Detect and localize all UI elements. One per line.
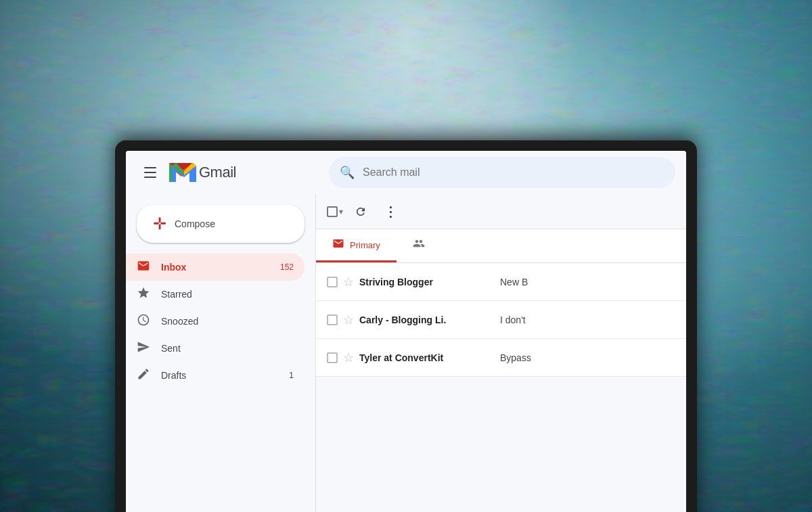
social-tab-icon <box>413 237 425 252</box>
refresh-button[interactable] <box>348 200 373 224</box>
refresh-icon <box>355 206 367 218</box>
email-tabs: Primary Social <box>316 229 686 263</box>
more-icon: ⋮ <box>384 204 397 220</box>
sent-label: Sent <box>161 343 294 354</box>
tab-social[interactable]: Social <box>397 229 470 262</box>
select-chevron-icon[interactable]: ▾ <box>339 207 343 216</box>
email-checkbox-1[interactable] <box>327 277 338 287</box>
sidebar-item-drafts[interactable]: Drafts 1 <box>126 362 304 389</box>
sidebar-item-snoozed[interactable]: Snoozed <box>126 308 304 335</box>
email-sender-3: Tyler at ConvertKit <box>359 352 495 363</box>
tab-primary[interactable]: Primary <box>316 229 397 262</box>
select-all-checkbox[interactable]: ▾ <box>327 206 343 217</box>
email-star-2[interactable]: ☆ <box>343 312 354 327</box>
primary-tab-icon <box>332 237 344 252</box>
more-button[interactable]: ⋮ <box>378 200 403 224</box>
snoozed-icon <box>137 313 150 330</box>
sidebar: ✛ Compose Inbox 152 <box>126 194 315 512</box>
drafts-label: Drafts <box>161 370 278 381</box>
email-subject-2: I don't <box>500 315 526 325</box>
email-star-3[interactable]: ☆ <box>343 350 354 365</box>
sidebar-item-sent[interactable]: Sent <box>126 335 304 362</box>
email-subject-3: Bypass <box>500 352 531 363</box>
email-row[interactable]: ☆ Striving Blogger New B <box>316 263 686 301</box>
inbox-label: Inbox <box>161 262 269 273</box>
sidebar-item-starred[interactable]: Starred <box>126 281 304 308</box>
laptop-frame: Gmail 🔍 ✛ Compose <box>115 140 697 512</box>
email-checkbox-3[interactable] <box>327 352 338 363</box>
email-toolbar: ▾ ⋮ <box>316 194 686 229</box>
compose-button[interactable]: ✛ Compose <box>137 205 304 243</box>
gmail-header: Gmail 🔍 <box>126 151 686 194</box>
email-row[interactable]: ☆ Tyler at ConvertKit Bypass <box>316 339 686 377</box>
snoozed-label: Snoozed <box>161 316 294 327</box>
select-checkbox[interactable] <box>327 206 338 217</box>
compose-plus-icon: ✛ <box>153 216 166 232</box>
hamburger-icon <box>144 167 156 178</box>
email-row[interactable]: ☆ Carly - Blogging Li. I don't <box>316 301 686 339</box>
drafts-icon <box>137 367 150 384</box>
laptop-screen: Gmail 🔍 ✛ Compose <box>126 151 686 512</box>
gmail-logo: Gmail <box>169 163 236 182</box>
search-icon: 🔍 <box>340 165 355 180</box>
inbox-icon <box>137 259 150 276</box>
starred-label: Starred <box>161 289 294 300</box>
email-sender-2: Carly - Blogging Li. <box>359 315 495 325</box>
email-subject-1: New B <box>500 277 528 287</box>
menu-button[interactable] <box>137 159 164 186</box>
compose-label: Compose <box>175 218 215 229</box>
sidebar-item-inbox[interactable]: Inbox 152 <box>126 254 304 281</box>
gmail-m-logo-clean <box>172 163 196 182</box>
gmail-app: Gmail 🔍 ✛ Compose <box>126 151 686 512</box>
email-sender-1: Striving Blogger <box>359 277 495 287</box>
search-bar[interactable]: 🔍 <box>329 157 675 188</box>
email-star-1[interactable]: ☆ <box>343 275 354 289</box>
gmail-wordmark: Gmail <box>199 164 236 181</box>
sent-icon <box>137 340 150 357</box>
inbox-count: 152 <box>280 262 294 272</box>
star-icon <box>137 286 150 303</box>
email-list-panel: ▾ ⋮ <box>315 194 686 512</box>
header-left: Gmail <box>137 159 326 186</box>
gmail-body: ✛ Compose Inbox 152 <box>126 194 686 512</box>
search-input[interactable] <box>363 166 664 179</box>
drafts-count: 1 <box>289 371 294 380</box>
primary-tab-label: Primary <box>350 240 380 250</box>
email-checkbox-2[interactable] <box>327 315 338 325</box>
